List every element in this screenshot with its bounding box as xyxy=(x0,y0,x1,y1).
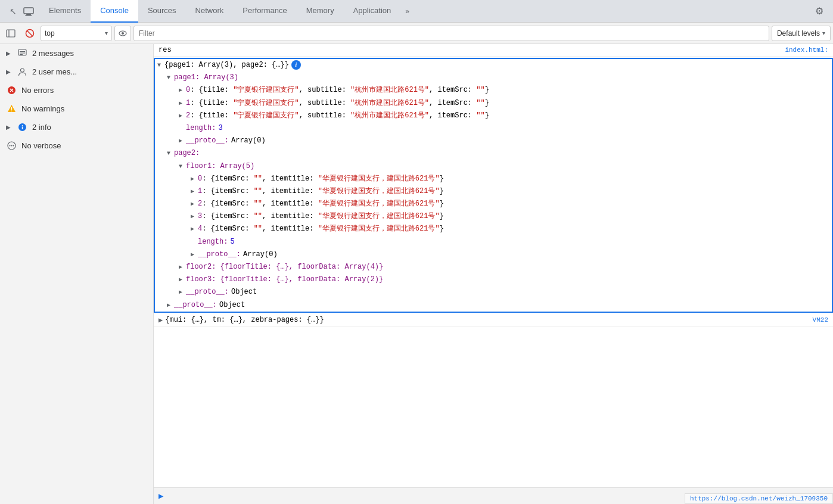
sidebar-item-user-label: 2 user mes... xyxy=(32,67,77,76)
page1-proto-key: __proto__: xyxy=(186,135,229,147)
root-proto-line[interactable]: ▶ __proto__: Object xyxy=(155,299,832,312)
main-area: ▶ 2 messages ▶ 2 user mes... xyxy=(0,44,833,504)
root-proto-val: Object xyxy=(219,300,245,311)
page1-label: page1: Array(3) xyxy=(174,72,238,83)
page1-item-0[interactable]: ▶ 0 : {title: "宁夏银行建国支行" , subtitle: "杭州… xyxy=(155,84,832,97)
page1-item1-triangle[interactable]: ▶ xyxy=(179,99,186,108)
sidebar-item-verbose-label: No verbose xyxy=(21,141,61,150)
log-levels-selector[interactable]: Default levels ▾ xyxy=(772,26,831,41)
sidebar-item-info-label: 2 info xyxy=(32,123,51,132)
log-levels-arrow: ▾ xyxy=(822,30,825,36)
info-icon xyxy=(17,122,27,132)
res-text: res xyxy=(158,46,172,54)
cursor-icon: ↖ xyxy=(7,5,19,17)
root-obj-line[interactable]: ▼ {page1: Array(3), page2: {…}} i xyxy=(155,59,832,71)
filter-input[interactable] xyxy=(133,26,769,41)
tab-console[interactable]: Console xyxy=(91,0,138,23)
context-selector[interactable]: top ▾ xyxy=(41,26,112,41)
floor1-length-val: 5 xyxy=(230,237,234,248)
tab-memory[interactable]: Memory xyxy=(297,0,344,23)
svg-point-13 xyxy=(20,69,24,72)
floor1-triangle[interactable]: ▼ xyxy=(179,162,186,172)
floor1-length-key: length: xyxy=(198,237,228,248)
page2-proto-line[interactable]: ▶ __proto__: Object xyxy=(155,286,832,298)
page1-item-2[interactable]: ▶ 2 : {title: "宁夏银行建国支行" , subtitle: "杭州… xyxy=(155,110,832,122)
floor1-item-0[interactable]: ▶ 0 : {itemSrc: "" , itemtitle: "华夏银行建国支… xyxy=(155,173,832,185)
tab-network[interactable]: Network xyxy=(186,0,234,23)
svg-point-24 xyxy=(9,145,10,146)
page1-proto-val: Array(0) xyxy=(231,135,266,147)
settings-button[interactable]: ⚙ xyxy=(808,0,831,23)
bottom-summary-line: ▶ {mui: {…}, tm: {…}, zebra-pages: {…}} … xyxy=(154,314,833,327)
page1-line[interactable]: ▼ page1: Array(3) xyxy=(155,71,832,84)
page1-item0-index: 0 xyxy=(186,85,190,96)
page1-proto-triangle[interactable]: ▶ xyxy=(179,136,186,146)
sidebar-item-warnings[interactable]: No warnings xyxy=(0,99,153,118)
more-tabs-button[interactable]: » xyxy=(400,0,414,23)
svg-point-19 xyxy=(11,110,12,111)
page2-label: page2: xyxy=(174,148,200,159)
floor1-item-4[interactable]: ▶ 4 : {itemSrc: "" , itemtitle: "华夏银行建国支… xyxy=(155,223,832,235)
tab-elements[interactable]: Elements xyxy=(39,0,91,23)
context-selector-label: top xyxy=(45,29,102,38)
svg-point-8 xyxy=(122,32,124,35)
bottom-summary-text: {mui: {…}, tm: {…}, zebra-pages: {…}} xyxy=(165,316,324,324)
floor1-item-2[interactable]: ▶ 2 : {itemSrc: "" , itemtitle: "华夏银行建国支… xyxy=(155,198,832,210)
floor1-item-3[interactable]: ▶ 3 : {itemSrc: "" , itemtitle: "华夏银行建国支… xyxy=(155,210,832,223)
device-icon xyxy=(23,5,35,17)
sidebar-toggle-button[interactable] xyxy=(2,26,19,41)
warning-icon xyxy=(6,103,17,114)
sidebar-item-errors-label: No errors xyxy=(21,86,54,95)
root-triangle[interactable]: ▼ xyxy=(157,61,164,70)
page2-proto-val: Object xyxy=(231,287,257,298)
eye-button[interactable] xyxy=(114,26,131,41)
page1-length-line: length: 3 xyxy=(155,122,832,135)
devtools-tab-bar: ↖ Elements Console Sources Network Perfo… xyxy=(0,0,833,23)
page2-triangle[interactable]: ▼ xyxy=(167,149,174,158)
bottom-triangle[interactable]: ▶ xyxy=(158,316,163,325)
floor1-line[interactable]: ▼ floor1: Array(5) xyxy=(155,160,832,173)
floor3-line[interactable]: ▶ floor3: {floorTitle: {…}, floorData: A… xyxy=(155,273,832,286)
page2-line[interactable]: ▼ page2: xyxy=(155,147,832,160)
floor1-item-1[interactable]: ▶ 1 : {itemSrc: "" , itemtitle: "华夏银行建国支… xyxy=(155,185,832,198)
sidebar-item-info[interactable]: ▶ 2 info xyxy=(0,118,153,136)
messages-icon xyxy=(17,48,27,58)
console-input-bar: ▶ https://blog.csdn.net/weizh_1709350 xyxy=(154,487,833,504)
tab-sources[interactable]: Sources xyxy=(138,0,186,23)
floor1-proto-line[interactable]: ▶ __proto__: Array(0) xyxy=(155,248,832,261)
sidebar-item-verbose[interactable]: No verbose xyxy=(0,136,153,155)
clear-console-button[interactable] xyxy=(21,26,38,41)
console-object-block: ▼ {page1: Array(3), page2: {…}} i ▼ page… xyxy=(154,58,833,313)
page1-item0-triangle[interactable]: ▶ xyxy=(179,86,186,95)
info-badge: i xyxy=(291,60,301,70)
sidebar-item-user[interactable]: ▶ 2 user mes... xyxy=(0,63,153,81)
sidebar-item-messages[interactable]: ▶ 2 messages xyxy=(0,44,153,63)
root-proto-key: __proto__: xyxy=(174,300,217,311)
sidebar-item-errors[interactable]: No errors xyxy=(0,81,153,99)
source-ref-link[interactable]: index.html: xyxy=(785,46,828,54)
svg-rect-0 xyxy=(24,8,33,14)
floor1-proto-val: Array(0) xyxy=(243,249,278,260)
sidebar: ▶ 2 messages ▶ 2 user mes... xyxy=(0,44,154,504)
triangle-messages: ▶ xyxy=(6,50,11,57)
context-selector-arrow: ▾ xyxy=(105,30,108,36)
page1-item2-triangle[interactable]: ▶ xyxy=(179,111,186,121)
page1-item-1[interactable]: ▶ 1 : {title: "宁夏银行建国支行" , subtitle: "杭州… xyxy=(155,97,832,110)
floor2-line[interactable]: ▶ floor2: {floorTitle: {…}, floorData: A… xyxy=(155,261,832,273)
floor1-label: floor1: Array(5) xyxy=(186,161,254,172)
tab-application[interactable]: Application xyxy=(344,0,401,23)
sidebar-item-warnings-label: No warnings xyxy=(21,104,64,113)
vm-ref-link[interactable]: VM22 xyxy=(813,316,828,323)
root-summary-text: {page1: Array(3), page2: {…}} xyxy=(164,60,289,71)
triangle-user: ▶ xyxy=(6,69,11,75)
tab-performance[interactable]: Performance xyxy=(233,0,296,23)
error-icon xyxy=(6,85,17,95)
console-output[interactable]: res index.html: ▼ {page1: Array(3), page… xyxy=(154,44,833,504)
prompt-icon[interactable]: ▶ xyxy=(158,491,163,501)
console-res-line: res index.html: xyxy=(154,44,833,57)
page1-proto-line[interactable]: ▶ __proto__: Array(0) xyxy=(155,135,832,147)
page1-triangle[interactable]: ▼ xyxy=(167,73,174,83)
log-levels-label: Default levels xyxy=(777,29,820,38)
tooltip-url: https://blog.csdn.net/weizh_1709350 xyxy=(685,493,833,504)
sidebar-item-messages-label: 2 messages xyxy=(32,49,74,58)
